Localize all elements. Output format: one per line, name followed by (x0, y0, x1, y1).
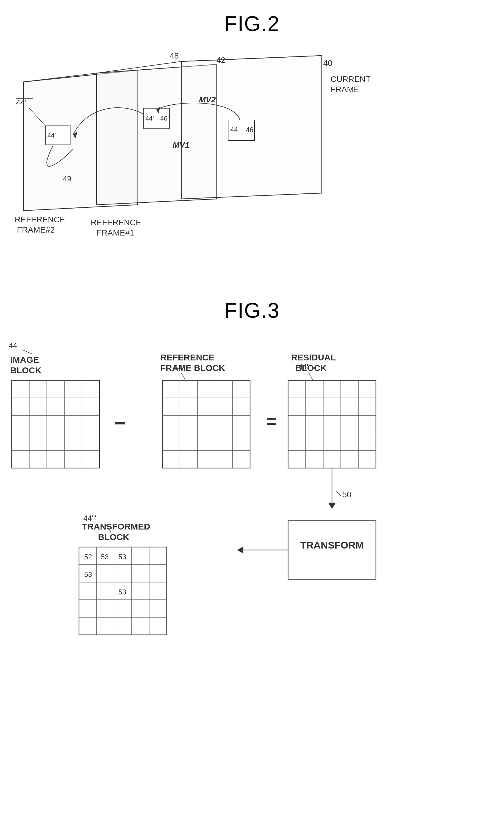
svg-text:44': 44' (145, 115, 154, 122)
svg-line-75 (336, 491, 341, 496)
page: FIG.2 48 42 40 CURRENT FRAME 44 46 (0, 0, 504, 813)
svg-text:44: 44 (230, 126, 238, 134)
svg-text:=: = (266, 411, 276, 431)
svg-text:BLOCK: BLOCK (10, 365, 42, 375)
svg-text:FRAME#2: FRAME#2 (17, 225, 55, 234)
fig3-svg: 44 IMAGE BLOCK − 44' REFERENCE FRAME BLO… (0, 316, 504, 807)
svg-text:FRAME: FRAME (331, 85, 359, 94)
svg-text:REFERENCE: REFERENCE (15, 215, 65, 224)
svg-text:53: 53 (118, 588, 126, 596)
svg-text:IMAGE: IMAGE (10, 355, 39, 365)
svg-text:FRAME#1: FRAME#1 (97, 228, 134, 237)
svg-marker-79 (237, 546, 243, 554)
svg-rect-49 (162, 380, 250, 468)
svg-text:49: 49 (63, 174, 71, 183)
svg-text:BLOCK: BLOCK (98, 532, 129, 542)
svg-text:48: 48 (170, 51, 179, 60)
fig2-svg: 48 42 40 CURRENT FRAME 44 46 44' 46' MV1… (0, 23, 504, 304)
svg-text:44: 44 (9, 341, 17, 350)
svg-text:REFERENCE: REFERENCE (91, 218, 141, 227)
svg-text:TRANSFORM: TRANSFORM (300, 539, 364, 551)
svg-text:MV1: MV1 (173, 140, 190, 149)
svg-text:BLOCK: BLOCK (295, 363, 327, 373)
svg-text:46': 46' (160, 115, 169, 122)
svg-text:TRANSFORMED: TRANSFORMED (82, 522, 150, 531)
svg-text:53: 53 (118, 553, 126, 561)
svg-text:MV2: MV2 (199, 95, 216, 104)
svg-text:−: − (114, 412, 126, 434)
svg-rect-35 (12, 380, 99, 468)
svg-line-31 (22, 350, 32, 354)
svg-text:42: 42 (216, 56, 226, 65)
svg-text:40: 40 (323, 59, 332, 68)
svg-rect-63 (288, 380, 376, 468)
svg-text:50: 50 (342, 490, 351, 499)
svg-text:44''': 44''' (83, 514, 96, 522)
svg-text:52: 52 (84, 553, 92, 561)
svg-text:REFERENCE: REFERENCE (160, 353, 214, 362)
svg-text:CURRENT: CURRENT (331, 75, 371, 84)
svg-text:RESIDUAL: RESIDUAL (291, 353, 336, 362)
svg-text:53: 53 (101, 553, 109, 561)
svg-text:44': 44' (16, 98, 26, 107)
svg-text:46: 46 (246, 126, 254, 134)
svg-marker-73 (328, 503, 336, 509)
svg-text:53: 53 (84, 570, 92, 578)
svg-text:44': 44' (47, 132, 56, 139)
svg-text:FRAME BLOCK: FRAME BLOCK (160, 363, 225, 373)
